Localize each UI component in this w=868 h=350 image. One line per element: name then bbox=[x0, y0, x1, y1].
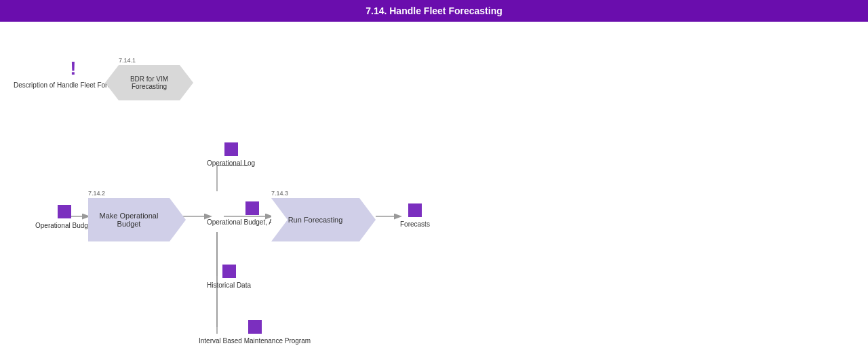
operational-budget-input-icon bbox=[58, 205, 71, 218]
historical-data-label: Historical Data bbox=[207, 281, 251, 290]
rf-shape: Run Forecasting bbox=[271, 198, 359, 241]
operational-budget-approved-icon bbox=[245, 201, 259, 215]
bdr-node: 7.14.1 BDR for VIM Forecasting bbox=[119, 57, 180, 100]
mob-shape: Make Operational Budget bbox=[88, 198, 170, 241]
operational-budget-input: Operational Budget bbox=[35, 205, 94, 230]
operational-log-label: Operational Log bbox=[207, 159, 255, 168]
diagram-canvas: ! Description of Handle Fleet Forecastin… bbox=[0, 22, 868, 350]
mob-node: 7.14.2 Make Operational Budget bbox=[88, 190, 170, 241]
rf-node: 7.14.3 Run Forecasting bbox=[271, 190, 359, 241]
exclamation-icon: ! bbox=[70, 59, 76, 78]
operational-budget-input-label: Operational Budget bbox=[35, 221, 94, 230]
operational-log-icon bbox=[224, 142, 238, 156]
forecasts-icon bbox=[408, 203, 422, 217]
interval-based-label: Interval Based Maintenance Program bbox=[199, 336, 311, 345]
mob-badge: 7.14.2 bbox=[88, 190, 170, 197]
operational-log: Operational Log bbox=[207, 142, 255, 168]
historical-data-icon bbox=[222, 265, 236, 278]
interval-based-icon bbox=[248, 320, 262, 334]
bdr-shape: BDR for VIM Forecasting bbox=[119, 65, 180, 100]
forecasts-label: Forecasts bbox=[400, 220, 430, 229]
page-title: 7.14. Handle Fleet Forecasting bbox=[366, 5, 502, 16]
historical-data: Historical Data bbox=[207, 265, 251, 290]
forecasts: Forecasts bbox=[400, 203, 430, 229]
page-header: 7.14. Handle Fleet Forecasting bbox=[0, 0, 868, 22]
rf-badge: 7.14.3 bbox=[271, 190, 359, 197]
interval-based: Interval Based Maintenance Program bbox=[199, 320, 311, 345]
